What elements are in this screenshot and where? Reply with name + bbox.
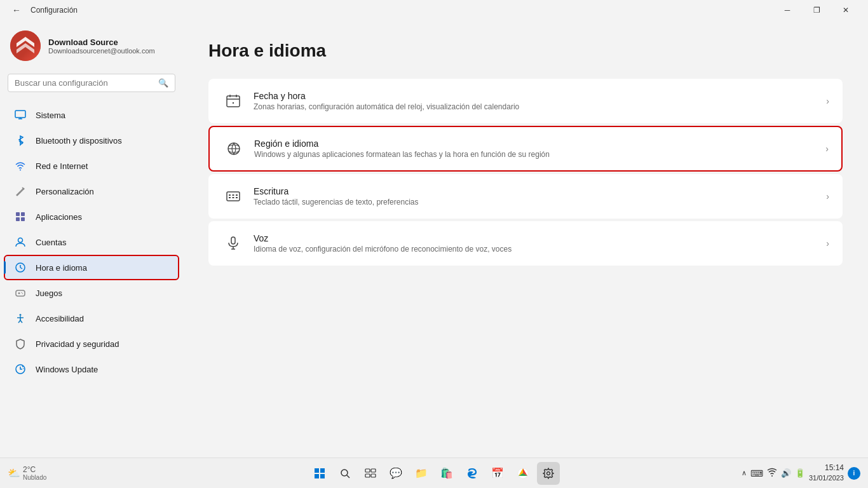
shield-icon [14,337,27,350]
taskbar-teams[interactable]: 💬 [384,462,407,485]
sidebar: Download Source Downloadsourcenet@outloo… [0,20,183,458]
taskbar-time-date[interactable]: 15:14 31/01/2023 [809,463,844,483]
sidebar-item-bluetooth[interactable]: Bluetooth y dispositivos [4,128,179,153]
battery-tray-icon[interactable]: 🔋 [795,468,805,478]
settings-item-region[interactable]: Región e idioma Windows y algunas aplica… [208,126,843,172]
keyboard-icon[interactable]: ⌨ [750,468,763,478]
settings-item-fecha[interactable]: Fecha y hora Zonas horarias, configuraci… [208,79,843,123]
sidebar-label-accesibilidad: Accesibilidad [36,314,84,323]
svg-point-30 [233,102,234,104]
start-button[interactable] [308,462,331,485]
svg-rect-40 [231,237,235,244]
search-box[interactable]: 🔍 [8,74,175,92]
taskbar-search[interactable] [334,462,356,485]
svg-rect-34 [229,194,231,196]
user-email: Downloadsourcenet@outlook.com [48,47,155,55]
voz-icon [222,232,245,255]
sidebar-label-privacidad: Privacidad y seguridad [36,339,119,349]
sidebar-item-windows-update[interactable]: Windows Update [4,356,179,382]
sidebar-label-bluetooth: Bluetooth y dispositivos [36,136,122,146]
taskbar-right: ∧ ⌨ 🔊 🔋 15:14 31/01/2023 i [742,463,860,483]
region-icon [222,137,245,160]
brush-icon [14,185,27,198]
sidebar-item-hora[interactable]: Hora e idioma [4,255,179,280]
weather-icon: ⛅ [8,467,20,479]
svg-rect-45 [315,474,319,478]
svg-rect-50 [371,469,376,472]
clock-icon [14,261,27,274]
fecha-icon [222,90,245,112]
taskbar-explorer[interactable]: 📁 [410,462,433,485]
nav-list: Sistema Bluetooth y dispositivos [0,102,183,382]
svg-line-24 [20,320,22,323]
svg-rect-52 [371,474,376,477]
notification-button[interactable]: i [848,467,860,480]
minimize-button[interactable]: ─ [773,0,802,20]
svg-rect-43 [315,468,319,473]
weather-widget[interactable]: ⛅ 2°C Nublado [8,465,46,481]
update-icon [14,363,27,376]
sidebar-item-red[interactable]: Red e Internet [4,153,179,179]
fecha-chevron: › [826,96,829,106]
svg-rect-49 [365,469,370,472]
taskbar-center: 💬 📁 🛍️ 📅 [308,462,560,485]
voz-text: Voz Idioma de voz, configuración del mic… [254,233,826,254]
monitor-icon [14,109,27,121]
region-text: Región e idioma Windows y algunas aplica… [254,139,825,159]
maximize-button[interactable]: ❐ [802,0,831,20]
clock-date: 31/01/2023 [809,473,844,483]
sidebar-item-personalizacion[interactable]: Personalización [4,179,179,204]
app-title: Configuración [31,6,78,15]
escritura-text: Escritura Teclado táctil, sugerencias de… [254,186,826,207]
svg-rect-35 [233,194,234,196]
user-section: Download Source Downloadsourcenet@outloo… [0,20,183,74]
settings-item-voz[interactable]: Voz Idioma de voz, configuración del mic… [208,221,843,266]
settings-item-escritura[interactable]: Escritura Teclado táctil, sugerencias de… [208,174,843,219]
active-bar [4,261,6,274]
svg-point-55 [547,471,550,475]
sidebar-item-sistema[interactable]: Sistema [4,102,179,128]
sidebar-item-privacidad[interactable]: Privacidad y seguridad [4,331,179,356]
wifi-icon [14,159,27,172]
taskbar-settings[interactable] [537,462,560,485]
sidebar-item-accesibilidad[interactable]: Accesibilidad [4,306,179,331]
svg-rect-7 [16,212,20,216]
wifi-tray-icon[interactable] [767,467,777,479]
apps-icon [14,210,27,223]
system-tray-expand[interactable]: ∧ [742,469,747,477]
svg-rect-44 [320,468,325,473]
svg-rect-36 [236,194,238,196]
task-view[interactable] [359,462,382,485]
back-button[interactable]: ← [8,0,25,20]
close-button[interactable]: ✕ [831,0,860,20]
user-name: Download Source [48,37,155,47]
sidebar-label-juegos: Juegos [36,288,62,298]
search-input[interactable] [15,78,153,88]
svg-rect-33 [227,192,240,201]
svg-rect-9 [16,217,20,221]
sidebar-item-aplicaciones[interactable]: Aplicaciones [4,204,179,229]
sidebar-item-juegos[interactable]: Juegos [4,280,179,306]
sidebar-label-cuentas: Cuentas [36,238,66,247]
voz-chevron: › [826,238,829,248]
sidebar-label-personalizacion: Personalización [36,187,94,196]
escritura-title: Escritura [254,186,826,196]
taskbar-chrome[interactable] [512,462,534,485]
svg-point-6 [20,170,21,171]
svg-point-56 [771,475,773,477]
voz-title: Voz [254,233,826,243]
sidebar-item-cuentas[interactable]: Cuentas [4,229,179,255]
clock-time: 15:14 [809,463,844,473]
bluetooth-icon [14,134,27,147]
svg-rect-10 [21,217,25,221]
svg-line-48 [347,475,349,478]
sound-tray-icon[interactable]: 🔊 [781,468,791,478]
fecha-text: Fecha y hora Zonas horarias, configuraci… [254,91,826,111]
svg-line-14 [20,268,22,269]
taskbar-calendar[interactable]: 📅 [486,462,509,485]
svg-rect-46 [320,474,325,478]
page-title: Hora e idioma [208,41,843,61]
taskbar-store[interactable]: 🛍️ [435,462,458,485]
taskbar-edge[interactable] [461,462,484,485]
person-icon [14,236,27,248]
